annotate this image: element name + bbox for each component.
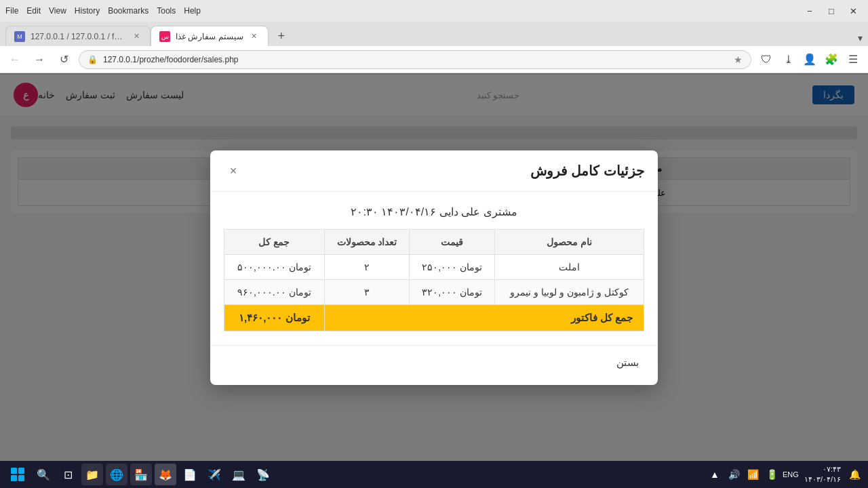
address-bar-row: ← → ↺ 🔒 127.0.0.1/prozhe/foodorder/sales… bbox=[0, 46, 868, 73]
modal-overlay: جزئیات کامل فروش × مشتری علی دایی ۱۴۰۳/۰… bbox=[0, 75, 868, 461]
forward-button[interactable]: → bbox=[30, 50, 49, 69]
row1-total: تومان ۵۰۰,۰۰۰.۰۰ bbox=[224, 255, 325, 280]
acrobat-icon[interactable]: 📄 bbox=[179, 464, 201, 485]
menu-edit[interactable]: Edit bbox=[26, 6, 41, 16]
speaker-icon[interactable]: 🔊 bbox=[726, 466, 742, 483]
table-row: املت تومان ۲۵۰,۰۰۰ ۲ تومان ۵۰۰,۰۰۰.۰۰ bbox=[224, 255, 644, 280]
row2-total: تومان ۹۶۰,۰۰۰.۰۰ bbox=[224, 280, 325, 305]
extensions-icon[interactable]: 🧩 bbox=[822, 50, 841, 69]
new-tab-button[interactable]: + bbox=[271, 26, 292, 46]
toolbar-icons: 🛡 ⤓ 👤 🧩 ☰ bbox=[757, 50, 863, 69]
row2-price: تومان ۳۲۰,۰۰۰ bbox=[410, 280, 495, 305]
tab-1-label: 127.0.0.1 / 127.0.0.1 / foodorde bbox=[31, 32, 125, 41]
col-qty: تعداد محصولات bbox=[324, 230, 410, 255]
url-text: 127.0.0.1/prozhe/foodorder/sales.php bbox=[103, 55, 238, 64]
row2-name: کوکتل و ژامبون و لوبیا و نیمرو bbox=[494, 280, 644, 305]
profile-icon[interactable]: 👤 bbox=[800, 50, 819, 69]
tab-2[interactable]: س سیستم سفارش غذا ✕ bbox=[151, 26, 269, 46]
table-row: کوکتل و ژامبون و لوبیا و نیمرو تومان ۳۲۰… bbox=[224, 280, 644, 305]
col-total: جمع کل bbox=[224, 230, 325, 255]
row1-qty: ۲ bbox=[324, 255, 410, 280]
menu-bar: File Edit View History Bookmarks Tools H… bbox=[5, 6, 201, 16]
reload-button[interactable]: ↺ bbox=[54, 50, 73, 69]
telegram-icon[interactable]: ✈️ bbox=[203, 464, 225, 485]
maximize-button[interactable]: □ bbox=[822, 4, 841, 18]
tab-1-close[interactable]: ✕ bbox=[131, 31, 142, 42]
menu-icon[interactable]: ☰ bbox=[844, 50, 863, 69]
col-product-name: نام محصول bbox=[494, 230, 644, 255]
tab-2-close[interactable]: ✕ bbox=[249, 31, 260, 42]
menu-view[interactable]: View bbox=[49, 6, 66, 16]
total-row: جمع کل فاکتور تومان ۱,۴۶۰,۰۰۰ bbox=[224, 305, 644, 331]
time-display: ۰۷:۴۳ bbox=[804, 464, 841, 474]
menu-tools[interactable]: Tools bbox=[157, 6, 176, 16]
menu-file[interactable]: File bbox=[5, 6, 18, 16]
window-controls: − □ ✕ bbox=[800, 4, 863, 18]
row2-qty: ۳ bbox=[324, 280, 410, 305]
tab-1-favicon: M bbox=[14, 31, 25, 42]
tabs-bar: M 127.0.0.1 / 127.0.0.1 / foodorde ✕ س س… bbox=[0, 22, 868, 46]
search-taskbar-icon[interactable]: 🔍 bbox=[33, 464, 54, 485]
system-tray: ▲ 🔊 📶 🔋 ENG bbox=[707, 466, 799, 483]
total-label: جمع کل فاکتور bbox=[324, 305, 644, 331]
row1-price: تومان ۲۵۰,۰۰۰ bbox=[410, 255, 495, 280]
task-view-icon[interactable]: ⊡ bbox=[57, 464, 79, 485]
modal-close-button[interactable]: × bbox=[224, 161, 243, 180]
network-icon[interactable]: 📡 bbox=[252, 464, 274, 485]
wifi-icon[interactable]: 📶 bbox=[745, 466, 761, 483]
menu-bookmarks[interactable]: Bookmarks bbox=[108, 6, 149, 16]
close-button[interactable]: ✕ bbox=[844, 4, 863, 18]
col-price: قیمت bbox=[410, 230, 495, 255]
modal-body: مشتری علی دایی ۱۴۰۳/۰۴/۱۶ ۲۰:۳۰ نام محصو… bbox=[210, 192, 658, 345]
firefox-icon[interactable]: 🦊 bbox=[155, 464, 176, 485]
menu-help[interactable]: Help bbox=[184, 6, 201, 16]
windows-logo bbox=[11, 468, 24, 481]
row1-name: املت bbox=[494, 255, 644, 280]
start-button[interactable] bbox=[5, 462, 30, 487]
download-icon[interactable]: ⤓ bbox=[778, 50, 797, 69]
date-display: ۱۴۰۳/۰۴/۱۶ bbox=[804, 474, 841, 485]
star-icon[interactable]: ★ bbox=[734, 54, 743, 65]
address-bar[interactable]: 🔒 127.0.0.1/prozhe/foodorder/sales.php ★ bbox=[79, 50, 751, 69]
tab-1[interactable]: M 127.0.0.1 / 127.0.0.1 / foodorde ✕ bbox=[5, 26, 151, 46]
store-icon[interactable]: 🏪 bbox=[130, 464, 152, 485]
title-bar: File Edit View History Bookmarks Tools H… bbox=[0, 0, 868, 22]
notifications-icon[interactable]: 🔔 bbox=[846, 466, 863, 483]
modal-table: نام محصول قیمت تعداد محصولات جمع کل املت… bbox=[224, 229, 644, 331]
back-button[interactable]: ← bbox=[5, 50, 24, 69]
lock-icon: 🔒 bbox=[87, 55, 98, 64]
tab-2-favicon: س bbox=[159, 31, 170, 42]
ide-icon[interactable]: 💻 bbox=[228, 464, 250, 485]
modal-title: جزئیات کامل فروش bbox=[530, 163, 644, 179]
taskbar: 🔍 ⊡ 📁 🌐 🏪 🦊 📄 ✈️ 💻 📡 ▲ 🔊 📶 🔋 ENG ۰۷:۴۳ ۱… bbox=[0, 461, 868, 488]
shield-icon[interactable]: 🛡 bbox=[757, 50, 776, 69]
modal-header: جزئیات کامل فروش × bbox=[210, 150, 658, 192]
file-explorer-icon[interactable]: 📁 bbox=[81, 464, 103, 485]
edge-icon[interactable]: 🌐 bbox=[106, 464, 127, 485]
battery-icon[interactable]: 🔋 bbox=[764, 466, 780, 483]
modal-customer-info: مشتری علی دایی ۱۴۰۳/۰۴/۱۶ ۲۰:۳۰ bbox=[224, 205, 644, 218]
footer-close-button[interactable]: بستن bbox=[611, 354, 644, 371]
tab-dropdown[interactable]: ▾ bbox=[858, 33, 863, 46]
lang-indicator[interactable]: ENG bbox=[783, 470, 799, 479]
modal-footer: بستن bbox=[210, 345, 658, 385]
menu-history[interactable]: History bbox=[75, 6, 100, 16]
total-value: تومان ۱,۴۶۰,۰۰۰ bbox=[224, 305, 325, 331]
chevron-up-icon[interactable]: ▲ bbox=[707, 466, 723, 483]
minimize-button[interactable]: − bbox=[800, 4, 819, 18]
taskbar-right: ▲ 🔊 📶 🔋 ENG ۰۷:۴۳ ۱۴۰۳/۰۴/۱۶ 🔔 bbox=[707, 464, 863, 485]
sales-detail-modal: جزئیات کامل فروش × مشتری علی دایی ۱۴۰۳/۰… bbox=[210, 150, 658, 385]
clock[interactable]: ۰۷:۴۳ ۱۴۰۳/۰۴/۱۶ bbox=[804, 464, 841, 485]
tab-2-label: سیستم سفارش غذا bbox=[176, 32, 243, 41]
